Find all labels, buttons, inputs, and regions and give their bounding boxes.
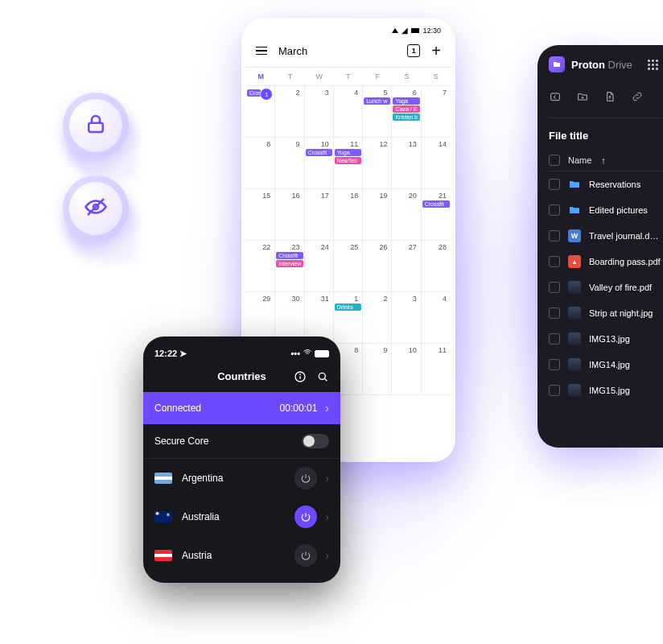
calendar-cell[interactable]: 21Crossfit: [422, 189, 451, 241]
calendar-event[interactable]: Crossfit: [422, 200, 450, 208]
calendar-cell[interactable]: 18: [334, 189, 363, 241]
file-checkbox[interactable]: [549, 333, 560, 345]
calendar-event[interactable]: Crossfit: [247, 89, 261, 97]
date-number: 3: [393, 295, 419, 303]
file-row[interactable]: Reservations: [549, 171, 663, 197]
connect-button[interactable]: [294, 506, 317, 528]
calendar-cell[interactable]: 23CrossfitInterview: [275, 241, 304, 292]
date-number: 27: [393, 243, 419, 251]
connected-row[interactable]: Connected 00:00:01 ›: [143, 392, 340, 424]
calendar-cell[interactable]: 3: [392, 292, 421, 344]
file-checkbox[interactable]: [549, 204, 560, 216]
calendar-cell[interactable]: 11: [422, 344, 451, 395]
calendar-cell[interactable]: 1Drinks: [334, 292, 363, 344]
search-button[interactable]: [316, 370, 329, 386]
country-row[interactable]: Austria ›: [143, 536, 340, 575]
file-checkbox[interactable]: [549, 385, 560, 396]
calendar-cell[interactable]: 7: [422, 86, 451, 138]
secure-core-toggle[interactable]: [302, 434, 329, 448]
add-event-button[interactable]: +: [431, 43, 441, 59]
calendar-cell[interactable]: 16: [275, 189, 304, 241]
file-name: Strip at night.jpg: [589, 308, 653, 318]
select-all-checkbox[interactable]: [549, 155, 560, 166]
upload-button[interactable]: [603, 90, 616, 106]
calendar-cell[interactable]: 3: [305, 86, 334, 138]
file-checkbox[interactable]: [549, 179, 560, 190]
file-checkbox[interactable]: [549, 308, 560, 319]
calendar-cell[interactable]: 25: [334, 241, 363, 292]
status-bar: ◢ 12:30: [246, 26, 451, 38]
calendar-cell[interactable]: 6YogaClara / EKristen b: [392, 86, 421, 138]
connect-button[interactable]: [294, 544, 317, 567]
calendar-cell[interactable]: 4: [422, 292, 451, 344]
calendar-cell[interactable]: 5Lunch w: [363, 86, 392, 138]
calendar-cell[interactable]: 10: [392, 344, 421, 395]
calendar-cell[interactable]: 20: [392, 189, 421, 241]
calendar-event[interactable]: Clara / E: [393, 105, 419, 113]
file-name: Valley of fire.pdf: [589, 283, 652, 292]
flag-icon: ✱: [154, 511, 172, 522]
calendar-cell[interactable]: 2: [363, 292, 392, 344]
calendar-cell[interactable]: 10Crossfit: [305, 138, 334, 189]
svg-rect-0: [89, 123, 103, 132]
calendar-cell[interactable]: 13: [392, 138, 421, 189]
calendar-event[interactable]: Interview: [276, 260, 303, 267]
svg-line-7: [324, 378, 327, 381]
file-checkbox[interactable]: [549, 256, 560, 267]
file-checkbox[interactable]: [549, 282, 560, 293]
calendar-event[interactable]: NewTec: [335, 157, 361, 164]
calendar-cell[interactable]: 15: [246, 189, 275, 241]
calendar-cell[interactable]: 27: [392, 241, 421, 292]
calendar-event[interactable]: Drinks: [335, 303, 361, 311]
status-bar: 12:22 ➤ •••: [143, 345, 340, 364]
calendar-cell[interactable]: 4: [334, 86, 363, 138]
column-header[interactable]: Name ↑: [549, 150, 663, 171]
calendar-event[interactable]: Crossfit: [276, 252, 303, 259]
calendar-cell[interactable]: 14: [422, 138, 451, 189]
calendar-event[interactable]: Lunch w: [364, 97, 390, 105]
calendar-cell[interactable]: 9: [363, 344, 392, 395]
today-button[interactable]: 1: [407, 44, 420, 57]
file-row[interactable]: W Travel journal.docx: [549, 223, 663, 249]
date-number: 11: [422, 346, 450, 354]
file-row[interactable]: IMG14.jpg: [549, 352, 663, 378]
day-header: M: [246, 68, 275, 85]
calendar-cell[interactable]: 17: [305, 189, 334, 241]
file-row[interactable]: IMG13.jpg: [549, 326, 663, 352]
calendar-event[interactable]: Yoga: [335, 149, 361, 156]
image-icon: [568, 281, 581, 294]
calendar-cell[interactable]: 22: [246, 241, 275, 292]
date-number: 4: [335, 89, 361, 97]
file-row[interactable]: Valley of fire.pdf: [549, 275, 663, 300]
file-row[interactable]: Strip at night.jpg: [549, 300, 663, 326]
calendar-cell[interactable]: 19: [363, 189, 392, 241]
connect-button[interactable]: [294, 467, 317, 489]
country-row[interactable]: ✱ Australia ›: [143, 497, 340, 536]
info-button[interactable]: [294, 370, 307, 386]
calendar-event[interactable]: Crossfit: [306, 149, 332, 156]
file-checkbox[interactable]: [549, 230, 560, 242]
calendar-cell[interactable]: 1Crossfit: [246, 86, 275, 138]
back-button[interactable]: [549, 90, 562, 106]
calendar-cell[interactable]: 24: [305, 241, 334, 292]
menu-button[interactable]: [256, 47, 267, 56]
calendar-cell[interactable]: 11YogaNewTec: [334, 138, 363, 189]
calendar-cell[interactable]: 8: [246, 138, 275, 189]
status-time: 12:22: [154, 349, 177, 358]
date-number: 21: [422, 192, 450, 200]
new-folder-button[interactable]: [576, 90, 589, 106]
file-row[interactable]: Boarding pass.pdf: [549, 249, 663, 275]
apps-grid-button[interactable]: [648, 60, 658, 70]
calendar-event[interactable]: Kristen b: [393, 114, 419, 121]
calendar-cell[interactable]: 12: [363, 138, 392, 189]
calendar-cell[interactable]: 28: [422, 241, 451, 292]
file-checkbox[interactable]: [549, 359, 560, 370]
country-row[interactable]: Argentina ›: [143, 459, 340, 497]
calendar-event[interactable]: Yoga: [393, 97, 419, 105]
calendar-cell[interactable]: 2: [275, 86, 304, 138]
file-row[interactable]: Edited pictures: [549, 197, 663, 223]
calendar-cell[interactable]: 9: [275, 138, 304, 189]
file-row[interactable]: IMG15.jpg: [549, 378, 663, 403]
link-button[interactable]: [631, 90, 644, 106]
calendar-cell[interactable]: 26: [363, 241, 392, 292]
